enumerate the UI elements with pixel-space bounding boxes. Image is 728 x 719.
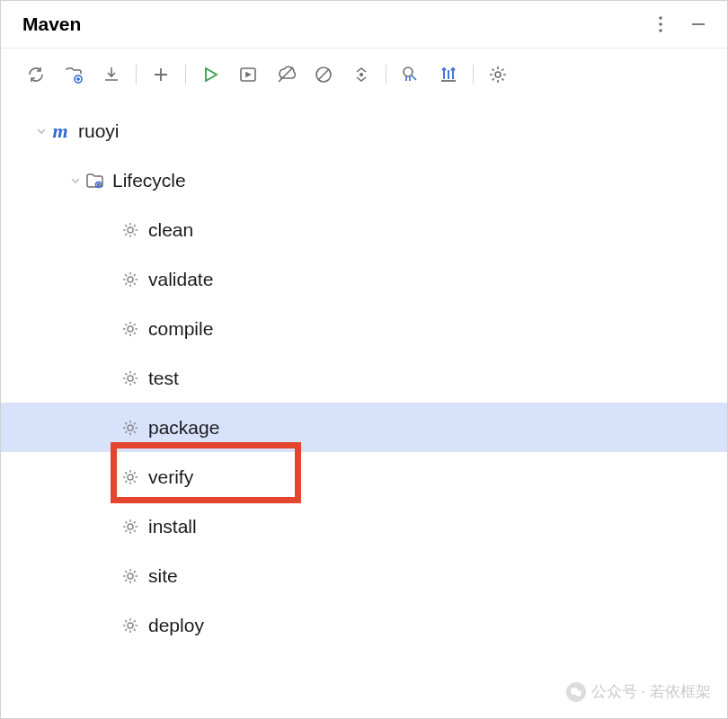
gear-icon	[120, 516, 141, 537]
run-configurations-icon[interactable]	[229, 61, 267, 88]
gear-icon	[120, 219, 141, 241]
lifecycle-goal-verify[interactable]: verify	[1, 452, 727, 502]
collapse-all-icon[interactable]	[342, 61, 380, 88]
skip-tests-icon[interactable]	[305, 61, 342, 88]
gear-icon	[120, 615, 141, 636]
goal-label: deploy	[148, 615, 204, 636]
maven-toolbar	[1, 49, 727, 101]
panel-title: Maven	[22, 13, 81, 35]
watermark-text: 公众号 · 若依框架	[591, 681, 711, 702]
gear-icon	[120, 269, 141, 290]
gear-icon	[120, 565, 141, 587]
tree-node-lifecycle[interactable]: Lifecycle	[1, 155, 727, 205]
lifecycle-goal-validate[interactable]: validate	[1, 254, 727, 304]
add-project-icon[interactable]	[142, 61, 180, 88]
tree-root-label: ruoyi	[78, 120, 120, 142]
lifecycle-goal-install[interactable]: install	[1, 502, 727, 551]
show-dependencies-icon[interactable]	[392, 61, 430, 88]
toggle-offline-icon[interactable]	[267, 61, 305, 88]
folder-gear-icon	[84, 170, 105, 191]
toolbar-separator	[473, 65, 474, 84]
more-options-icon[interactable]	[650, 13, 671, 35]
maven-module-icon: m	[49, 120, 71, 142]
lifecycle-goal-deploy[interactable]: deploy	[1, 600, 727, 650]
svg-point-0	[659, 16, 662, 20]
goal-label: clean	[148, 219, 193, 241]
svg-point-12	[495, 72, 501, 77]
wechat-icon	[566, 682, 586, 702]
header-actions	[650, 13, 709, 35]
tree-root-ruoyi[interactable]: m ruoyi	[1, 106, 727, 155]
goal-label: package	[148, 417, 219, 439]
toolbar-separator	[136, 65, 137, 84]
maven-tree: m ruoyi Lifecycle clean validate compile	[1, 101, 727, 655]
svg-point-1	[659, 22, 662, 26]
svg-point-25	[575, 690, 581, 696]
svg-point-20	[128, 475, 133, 480]
goal-label: install	[148, 516, 197, 537]
show-diagram-icon[interactable]	[430, 61, 467, 88]
download-sources-icon[interactable]	[93, 61, 130, 88]
svg-line-8	[318, 69, 329, 80]
generate-sources-icon[interactable]	[55, 61, 93, 88]
chevron-down-icon	[69, 175, 82, 186]
watermark: 公众号 · 若依框架	[566, 681, 711, 702]
svg-point-23	[128, 623, 133, 628]
gear-icon	[120, 417, 141, 439]
svg-point-9	[360, 74, 363, 76]
chevron-down-icon	[35, 126, 48, 137]
gear-icon	[120, 368, 141, 389]
run-icon[interactable]	[191, 61, 229, 88]
toolbar-separator	[386, 65, 386, 84]
svg-point-16	[128, 277, 133, 282]
goal-label: test	[148, 368, 179, 389]
reload-icon[interactable]	[17, 61, 55, 88]
svg-point-14	[98, 183, 100, 185]
goal-label: compile	[148, 318, 213, 340]
svg-point-19	[128, 425, 133, 431]
goal-label: verify	[148, 466, 193, 488]
lifecycle-goal-compile[interactable]: compile	[1, 304, 727, 353]
toolbar-separator	[185, 65, 186, 84]
lifecycle-goal-package[interactable]: package	[1, 403, 727, 452]
lifecycle-goal-site[interactable]: site	[1, 551, 727, 600]
lifecycle-goal-clean[interactable]: clean	[1, 205, 727, 254]
lifecycle-goal-test[interactable]: test	[1, 353, 727, 403]
gear-icon	[120, 318, 141, 340]
goal-label: validate	[148, 269, 213, 290]
panel-header: Maven	[1, 1, 727, 49]
gear-icon	[120, 466, 141, 488]
tree-lifecycle-label: Lifecycle	[112, 170, 186, 191]
svg-point-2	[659, 29, 662, 32]
svg-point-21	[128, 524, 133, 529]
svg-point-17	[128, 326, 133, 332]
minimize-icon[interactable]	[688, 13, 709, 35]
svg-point-10	[404, 67, 413, 76]
goal-label: site	[148, 565, 178, 587]
svg-point-22	[128, 573, 133, 579]
svg-point-15	[128, 227, 133, 233]
svg-point-18	[128, 376, 133, 381]
settings-icon[interactable]	[479, 61, 517, 88]
